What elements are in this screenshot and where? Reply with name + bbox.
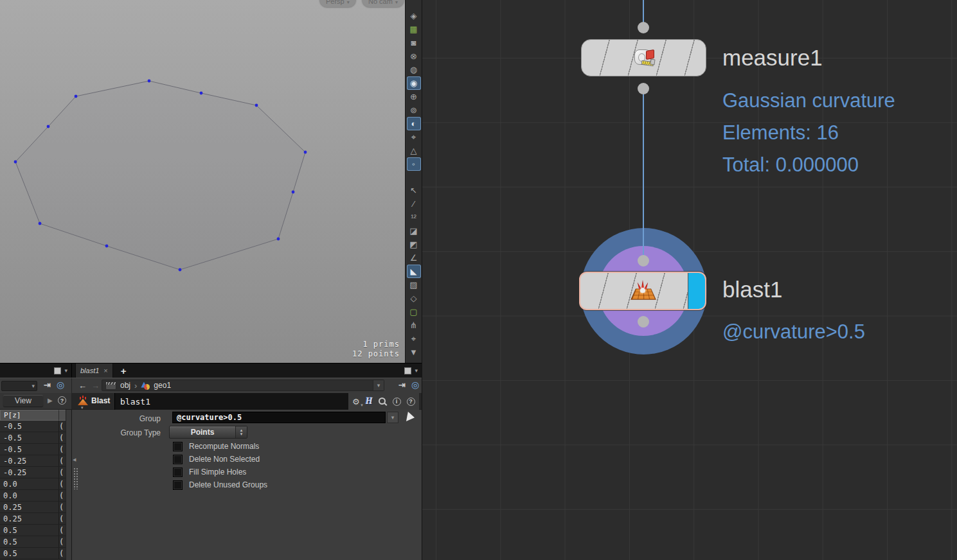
play-icon[interactable]: ▶ (48, 397, 53, 404)
headlight-icon[interactable]: ◉ (407, 76, 421, 90)
node-label-measure1[interactable]: measure1 (722, 45, 823, 71)
checkbox-fill-simple-holes[interactable] (173, 468, 183, 477)
texture-display-icon[interactable]: ▨ (407, 278, 421, 292)
checkbox-recompute-normals[interactable] (173, 442, 183, 451)
spreadsheet-row[interactable]: -0.5( (0, 432, 71, 444)
polygon-point[interactable] (39, 222, 42, 225)
fly-view-icon[interactable]: △ (407, 144, 421, 157)
spreadsheet-row[interactable]: -0.5( (0, 421, 71, 432)
dropdown-spinner[interactable]: ▴ ▾ (235, 426, 247, 438)
column-header-pz[interactable]: P[z] (0, 410, 59, 421)
spreadsheet-row[interactable]: 0.25( (0, 513, 71, 525)
breadcrumb-current[interactable]: geo1 (154, 381, 171, 390)
add-light-icon[interactable]: ⊕ (407, 90, 421, 103)
group-input[interactable]: @curvature>0.5 (172, 412, 386, 423)
polygon-point[interactable] (148, 80, 151, 83)
forward-icon[interactable]: → (91, 381, 100, 390)
select-geometry-arrow-icon[interactable] (406, 412, 415, 421)
spreadsheet-row[interactable]: 0.0( (0, 490, 71, 502)
spreadsheet-scroll-strip[interactable] (66, 410, 71, 560)
spreadsheet-row[interactable]: 0.25( (0, 502, 71, 513)
path-dropdown-button[interactable]: ▾ (373, 380, 384, 390)
polygon-point[interactable] (200, 92, 203, 95)
node-wire[interactable] (643, 89, 644, 262)
polygon-point[interactable] (14, 161, 17, 164)
spreadsheet-row[interactable]: -0.25( (0, 455, 71, 467)
light-off-icon[interactable]: ⊗ (407, 49, 421, 63)
search-icon[interactable] (379, 398, 387, 406)
group-display-icon[interactable]: ▢ (407, 305, 421, 319)
checkbox-delete-unused-groups[interactable] (173, 480, 183, 490)
shaded-display-icon[interactable]: ◣ (407, 265, 421, 278)
pane-split-icon[interactable] (54, 367, 61, 374)
node-name-field[interactable]: blast1 (114, 393, 348, 410)
scene-viewport[interactable]: Persp ▾ No cam ▾ 1 prims 12 points (0, 0, 405, 363)
spreadsheet-row[interactable]: -0.25( (0, 467, 71, 478)
tab-blast1[interactable]: blast1 × (75, 363, 113, 378)
protractor-icon[interactable]: ∠ (407, 251, 421, 265)
display-flag[interactable] (688, 273, 705, 309)
info-icon[interactable]: i (393, 398, 401, 406)
pane-menu-icon[interactable]: ▾ (64, 367, 67, 374)
axis-handles-icon[interactable]: ⋔ (407, 319, 421, 332)
pane-collapse-icon[interactable]: ◀ (73, 457, 76, 462)
point-numbers-icon[interactable]: ¹² (407, 211, 421, 224)
measure1-output-port[interactable] (638, 83, 649, 94)
polygon-point[interactable] (304, 151, 307, 154)
new-tab-button[interactable]: + (121, 365, 127, 376)
help-icon[interactable]: ? (58, 396, 66, 405)
spreadsheet-mode-dropdown[interactable]: ▾ (1, 381, 37, 391)
pane-split-icon[interactable] (404, 367, 411, 374)
network-editor[interactable]: measure1 Gaussian curvature Elements: 16… (422, 0, 957, 560)
breadcrumb[interactable]: obj › geo1 ▾ (102, 380, 384, 391)
eyedropper-icon[interactable]: ∕ (407, 197, 421, 211)
back-icon[interactable]: ← (78, 381, 87, 390)
polygon-point[interactable] (292, 191, 295, 194)
polygon-point[interactable] (105, 245, 109, 248)
node-blast1[interactable] (579, 272, 706, 310)
pan-view-icon[interactable]: ⌖ (407, 130, 421, 144)
pane-divider-grip[interactable] (73, 468, 78, 489)
select-points-icon[interactable]: ◦ (407, 157, 421, 171)
breadcrumb-root[interactable]: obj (120, 381, 130, 390)
group-type-dropdown[interactable]: Points ▴ ▾ (169, 426, 247, 439)
snapping-options-icon[interactable]: ▦ (407, 22, 421, 36)
node-measure1[interactable] (581, 39, 706, 76)
group-dropdown-button[interactable]: ▾ (387, 412, 398, 423)
link-target-icon[interactable]: ◎ (57, 380, 64, 390)
spreadsheet-row[interactable]: 0.0( (0, 478, 71, 490)
spreadsheet-row[interactable]: 0.5( (0, 536, 71, 548)
toolbar-scroll-icon[interactable]: ▼ (407, 346, 421, 359)
pin-icon[interactable]: ⇥ (44, 380, 51, 390)
facet-display-icon[interactable]: ◇ (407, 292, 421, 305)
tweak-cursor-icon[interactable]: ↖ (407, 184, 421, 197)
measure1-input-port[interactable] (638, 22, 649, 33)
view-mode-button[interactable]: View (3, 395, 43, 407)
polygon-point[interactable] (255, 104, 258, 107)
blast1-output-port[interactable] (638, 316, 649, 328)
polygon-point[interactable] (277, 238, 280, 241)
view-pivot-icon[interactable]: ⌖ (407, 332, 421, 346)
spreadsheet-row[interactable]: 0.5( (0, 525, 71, 536)
tab-close-icon[interactable]: × (103, 367, 107, 374)
checkbox-delete-non-selected[interactable] (173, 455, 183, 464)
lock-icon[interactable]: ◙ (407, 36, 421, 49)
geometry-spreadsheet[interactable]: P[z] -0.5(-0.5(-0.5(-0.25(-0.25(0.0(0.0(… (0, 410, 72, 560)
pin-icon[interactable]: ⇥ (398, 380, 406, 390)
pane-menu-icon[interactable]: ▾ (415, 367, 418, 374)
polygon-point[interactable] (179, 268, 182, 272)
blast-op-icon[interactable] (78, 397, 88, 405)
spreadsheet-row[interactable]: 0.5( (0, 548, 71, 559)
gear-icon[interactable]: ⚙▾ (352, 397, 360, 407)
polygon-point[interactable] (47, 125, 50, 128)
spreadsheet-row[interactable]: -0.5( (0, 444, 71, 455)
primitive-stamp-icon[interactable]: ◪ (407, 224, 421, 238)
primitive-numbers-icon[interactable]: ◩ (407, 238, 421, 251)
help-icon[interactable]: ? (407, 398, 415, 406)
orbit-view-icon[interactable]: ◐ (407, 117, 421, 130)
polygon-point[interactable] (75, 95, 78, 98)
houdini-help-icon[interactable]: H (366, 396, 373, 407)
add-camera-icon[interactable]: ⊚ (407, 103, 421, 117)
material-ball-icon[interactable]: ◍ (407, 63, 421, 76)
view-layers-icon[interactable]: ◈ (407, 9, 421, 22)
